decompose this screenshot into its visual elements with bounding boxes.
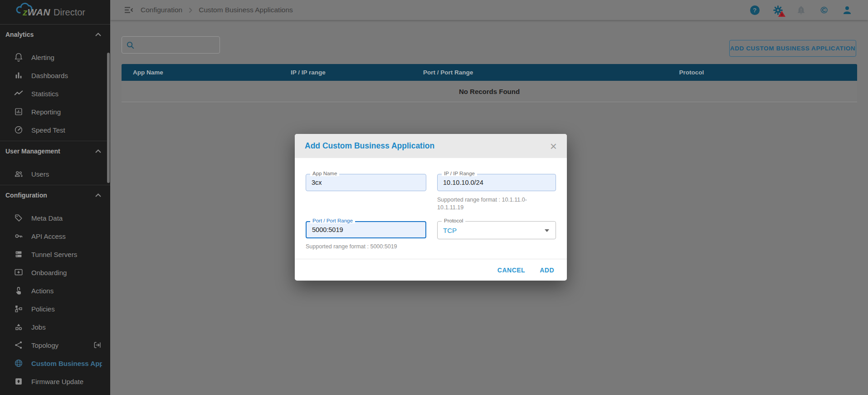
- sidebar-item-tunnel-servers[interactable]: Tunnel Servers: [0, 245, 110, 263]
- tag-icon: [14, 213, 24, 223]
- speedometer-icon: [14, 125, 24, 135]
- search-box[interactable]: [122, 36, 220, 54]
- report-chart-icon: [14, 107, 24, 117]
- search-input[interactable]: [138, 41, 215, 49]
- topbar: Configuration Custom Business Applicatio…: [110, 0, 868, 20]
- notification-bell-icon[interactable]: [795, 4, 807, 16]
- sidebar-item-reporting[interactable]: Reporting: [0, 103, 110, 121]
- sidebar-item-users[interactable]: Users: [0, 165, 110, 183]
- bar-chart-icon: [14, 70, 24, 80]
- empty-state-row: No Records Found: [122, 81, 857, 102]
- app-logo: zWANDirector: [0, 0, 110, 25]
- sidebar-item-onboarding[interactable]: Onboarding: [0, 263, 110, 281]
- help-icon[interactable]: ?: [749, 4, 761, 16]
- section-header-configuration[interactable]: Configuration: [0, 185, 110, 205]
- server-icon: [14, 249, 24, 259]
- port-range-helper-text: Supported range format : 5000:5019: [306, 243, 426, 251]
- protocol-selected-value: TCP: [443, 227, 457, 234]
- users-icon: [14, 169, 24, 179]
- ip-range-label: IP / IP Range: [442, 171, 477, 176]
- chevron-up-icon: [95, 149, 101, 153]
- sidebar: zWANDirector Analytics Alerting Dashboar…: [0, 0, 110, 395]
- person-icon: [842, 5, 853, 15]
- port-range-field: Port / Port Range: [306, 221, 426, 238]
- ip-range-helper-text: Supported range format : 10.1.11.0- 10.1…: [437, 196, 555, 212]
- app-name-field: App Name: [306, 174, 426, 191]
- alert-bell-icon: [796, 5, 806, 15]
- column-header-port-range: Port / Port Range: [423, 69, 679, 76]
- dialog-body: App Name IP / IP Range Supported range f…: [295, 158, 567, 281]
- exit-to-app-icon[interactable]: [93, 341, 102, 350]
- protocol-select[interactable]: TCP: [437, 221, 556, 239]
- globe-icon: [14, 358, 24, 368]
- sidebar-item-actions[interactable]: Actions: [0, 281, 110, 300]
- section-label: Configuration: [5, 192, 47, 199]
- ip-range-field: IP / IP Range: [437, 174, 556, 191]
- key-icon: [14, 231, 24, 241]
- add-custom-business-application-dialog: Add Custom Business Application × App Na…: [295, 134, 567, 281]
- sidebar-item-firmware-update[interactable]: Firmware Update: [0, 372, 110, 390]
- breadcrumb-current: Custom Business Applications: [199, 6, 293, 14]
- dropdown-caret-icon: [545, 229, 549, 232]
- sidebar-item-jobs[interactable]: Jobs: [0, 318, 110, 336]
- copyright-icon[interactable]: ©: [818, 4, 830, 16]
- section-header-user-management[interactable]: User Management: [0, 141, 110, 161]
- firmware-upload-icon: [14, 376, 24, 386]
- port-range-label: Port / Port Range: [310, 218, 355, 223]
- touch-icon: [14, 286, 24, 296]
- sidebar-item-policies[interactable]: Policies: [0, 300, 110, 318]
- add-button[interactable]: ADD: [535, 263, 559, 277]
- column-header-app-name: App Name: [122, 69, 291, 76]
- dialog-header: Add Custom Business Application ×: [295, 134, 567, 158]
- search-icon: [126, 41, 135, 49]
- menu-collapse-icon[interactable]: [123, 5, 134, 15]
- protocol-field: Protocol TCP: [437, 221, 556, 239]
- sidebar-item-api-access[interactable]: API Access: [0, 227, 110, 245]
- logo-z: z: [23, 7, 28, 17]
- sidebar-item-alerting[interactable]: Alerting: [0, 48, 110, 66]
- bell-icon: [14, 52, 24, 62]
- protocol-label: Protocol: [442, 218, 465, 223]
- add-custom-business-application-button[interactable]: ADD CUSTOM BUSINESS APPLICATION: [729, 40, 856, 57]
- dialog-footer: CANCEL ADD: [295, 259, 567, 281]
- dialog-title: Add Custom Business Application: [305, 141, 434, 151]
- sidebar-scrollbar-thumb[interactable]: [107, 53, 110, 183]
- table-header-row: App Name IP / IP range Port / Port Range…: [122, 64, 857, 81]
- applications-table: App Name IP / IP range Port / Port Range…: [122, 64, 857, 102]
- sidebar-item-dashboards[interactable]: Dashboards: [0, 66, 110, 84]
- sidebar-item-meta-data[interactable]: Meta Data: [0, 209, 110, 227]
- app-name-input[interactable]: [306, 174, 426, 191]
- gear-alert-icon[interactable]: !: [772, 4, 784, 16]
- column-header-ip-range: IP / IP range: [291, 69, 423, 76]
- section-label: User Management: [5, 148, 60, 155]
- breadcrumb: Configuration Custom Business Applicatio…: [123, 5, 293, 15]
- breadcrumb-parent[interactable]: Configuration: [141, 6, 182, 14]
- port-range-input[interactable]: [306, 221, 426, 238]
- close-icon[interactable]: ×: [550, 140, 557, 152]
- sidebar-item-topology[interactable]: Topology: [0, 336, 110, 354]
- ip-range-input[interactable]: [437, 174, 556, 191]
- shapes-icon: [14, 322, 24, 332]
- sidebar-item-custom-business-applications[interactable]: Custom Business Appli...: [0, 354, 110, 372]
- cancel-button[interactable]: CANCEL: [493, 263, 530, 277]
- chevron-right-icon: [189, 7, 192, 13]
- trending-line-icon: [14, 89, 24, 99]
- share-nodes-icon: [14, 340, 24, 350]
- user-avatar-icon[interactable]: [841, 4, 853, 16]
- logo-wan: WAN: [28, 7, 51, 17]
- monitor-plus-icon: [14, 267, 24, 277]
- chevron-up-icon: [95, 193, 101, 197]
- app-name-label: App Name: [310, 171, 339, 176]
- column-header-protocol: Protocol: [679, 69, 857, 76]
- section-label: Analytics: [5, 31, 34, 38]
- hierarchy-icon: [14, 304, 24, 314]
- section-header-analytics[interactable]: Analytics: [0, 25, 110, 44]
- chevron-up-icon: [95, 33, 101, 36]
- sidebar-item-statistics[interactable]: Statistics: [0, 84, 110, 103]
- logo-product: Director: [54, 7, 85, 17]
- sidebar-item-speed-test[interactable]: Speed Test: [0, 121, 110, 139]
